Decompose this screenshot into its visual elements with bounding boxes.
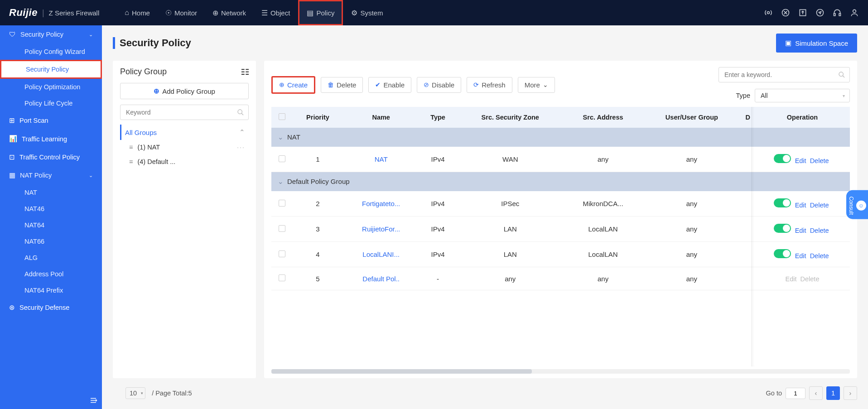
page-size-select[interactable]: 10▾ — [125, 387, 145, 399]
enable-toggle[interactable] — [774, 224, 791, 233]
list-toggle-icon[interactable] — [241, 69, 249, 75]
delete-link[interactable]: Delete — [810, 202, 829, 209]
row-checkbox[interactable] — [279, 155, 285, 162]
more-dots-icon[interactable]: ··· — [237, 144, 245, 151]
delete-link[interactable]: Delete — [810, 227, 829, 234]
sidebar-nat46[interactable]: NAT46 — [0, 201, 102, 217]
nav-monitor[interactable]: ☉Monitor — [158, 0, 204, 25]
table-scroll-wrapper[interactable]: Priority Name Type Src. Security Zone Sr… — [271, 107, 850, 366]
title-marker — [113, 37, 115, 49]
compass-icon[interactable] — [815, 8, 825, 17]
broadcast-icon[interactable] — [764, 8, 773, 17]
sidebar-security-policy[interactable]: 🛡 Security Policy ⌄ — [0, 25, 102, 43]
policy-group-keyword-input[interactable] — [120, 105, 249, 120]
plus-icon: ⊕ — [154, 87, 159, 95]
row-checkbox[interactable] — [279, 225, 285, 232]
enable-button[interactable]: ✔Enable — [368, 77, 411, 93]
disable-button[interactable]: ⊘Disable — [417, 77, 461, 93]
col-d: D — [741, 107, 755, 128]
search-icon[interactable] — [838, 71, 845, 78]
col-operation: Operation — [755, 107, 850, 128]
page-title-bar: Security Policy — [113, 37, 191, 49]
sidebar-policy-life-cycle[interactable]: Policy Life Cycle — [0, 95, 102, 111]
headset-icon[interactable] — [833, 8, 842, 17]
consult-face-icon: ☺ — [856, 201, 866, 211]
sidebar-security-policy-sub[interactable]: Security Policy — [0, 60, 102, 79]
create-button[interactable]: ⊕Create — [271, 76, 315, 94]
nav-object[interactable]: ☰Object — [254, 0, 297, 25]
nav-network[interactable]: ⊕Network — [205, 0, 253, 25]
goto-label: Go to — [766, 390, 782, 397]
brand-separator: | — [42, 8, 44, 18]
add-policy-group-button[interactable]: ⊕ Add Policy Group — [120, 83, 249, 99]
goto-input[interactable] — [786, 388, 805, 399]
delete-link[interactable]: Delete — [810, 252, 829, 260]
app-icon[interactable] — [781, 8, 790, 17]
policy-name-link[interactable]: LocalLANI... — [343, 242, 419, 267]
chevron-down-icon: ⌄ — [89, 32, 93, 38]
sidebar-nat[interactable]: NAT — [0, 184, 102, 201]
row-checkbox[interactable] — [279, 200, 285, 207]
delete-link[interactable]: Delete — [810, 157, 829, 164]
sidebar-nat64-prefix[interactable]: NAT64 Prefix — [0, 282, 102, 298]
edit-link[interactable]: Edit — [795, 227, 806, 234]
policy-name-link[interactable]: Fortigateto... — [343, 191, 419, 217]
sidebar-nat-policy[interactable]: ▦ NAT Policy ⌄ — [0, 166, 102, 184]
type-filter-select[interactable]: All ▾ — [755, 89, 850, 102]
nav-system[interactable]: ⚙System — [344, 0, 390, 25]
policy-name-link[interactable]: NAT — [343, 147, 419, 172]
sidebar-policy-optimization[interactable]: Policy Optimization — [0, 79, 102, 95]
sidebar-traffic-learning[interactable]: 📊Traffic Learning — [0, 130, 102, 148]
table-search-input[interactable] — [719, 67, 850, 82]
chevron-down-icon: ⌄ — [543, 81, 548, 88]
page-number-button[interactable]: 1 — [826, 386, 840, 400]
enable-toggle[interactable] — [774, 198, 791, 207]
edit-link[interactable]: Edit — [795, 202, 806, 209]
more-button[interactable]: More⌄ — [518, 77, 555, 93]
enable-toggle[interactable] — [774, 154, 791, 163]
delete-button[interactable]: 🗑Delete — [321, 77, 363, 93]
ban-icon: ⊘ — [424, 81, 429, 88]
next-page-button[interactable]: › — [844, 386, 857, 400]
refresh-icon: ⟳ — [473, 81, 479, 88]
row-checkbox[interactable] — [279, 274, 285, 281]
upload-icon[interactable] — [798, 8, 807, 17]
brand-logo: Ruijie — [9, 7, 38, 19]
table-group-nat[interactable]: ⌄NAT — [271, 128, 850, 147]
nav-policy[interactable]: ▤Policy — [298, 0, 343, 25]
sidebar-traffic-control[interactable]: ⊡Traffic Control Policy — [0, 148, 102, 166]
scrollbar-thumb[interactable] — [271, 369, 532, 374]
consult-tab[interactable]: ☺ Consult — [846, 190, 868, 219]
chevron-down-icon: ▾ — [843, 93, 845, 98]
user-icon[interactable] — [850, 8, 859, 17]
horizontal-scrollbar[interactable] — [271, 369, 850, 374]
table-row: 3 RuijietoFor... IPv4 LAN LocalLAN any E… — [271, 217, 850, 242]
select-all-checkbox[interactable] — [279, 113, 285, 120]
content-header: Security Policy ▣ Simulation Space — [113, 34, 857, 53]
sidebar-nat66[interactable]: NAT66 — [0, 233, 102, 250]
refresh-button[interactable]: ⟳Refresh — [467, 77, 512, 93]
sidebar-security-defense[interactable]: ⊛Security Defense — [0, 298, 102, 317]
policy-name-link[interactable]: RuijietoFor... — [343, 217, 419, 242]
sidebar-policy-config-wizard[interactable]: Policy Config Wizard — [0, 43, 102, 60]
svg-rect-8 — [241, 71, 245, 72]
policy-group-item-default[interactable]: ≡ (4) Default ... — [120, 154, 249, 169]
sidebar-nat64[interactable]: NAT64 — [0, 217, 102, 233]
sidebar-port-scan[interactable]: ⊞Port Scan — [0, 111, 102, 130]
policy-name-link[interactable]: Default Pol.. — [343, 267, 419, 290]
policy-group-item-nat[interactable]: ≡ (1) NAT ··· — [120, 140, 249, 154]
edit-link[interactable]: Edit — [795, 157, 806, 164]
enable-toggle[interactable] — [774, 249, 791, 258]
sidebar-collapse-button[interactable] — [89, 396, 97, 404]
table-group-default[interactable]: ⌄Default Policy Group — [271, 172, 850, 192]
edit-link[interactable]: Edit — [795, 252, 806, 260]
shield-icon: 🛡 — [9, 31, 16, 38]
prev-page-button[interactable]: ‹ — [809, 386, 823, 400]
search-icon[interactable] — [237, 109, 244, 116]
sidebar-address-pool[interactable]: Address Pool — [0, 266, 102, 282]
all-groups-item[interactable]: All Groups ⌃ — [120, 125, 249, 140]
sidebar-alg[interactable]: ALG — [0, 250, 102, 266]
simulation-space-button[interactable]: ▣ Simulation Space — [776, 34, 857, 53]
row-checkbox[interactable] — [279, 250, 285, 257]
nav-home[interactable]: ⌂Home — [117, 0, 157, 25]
